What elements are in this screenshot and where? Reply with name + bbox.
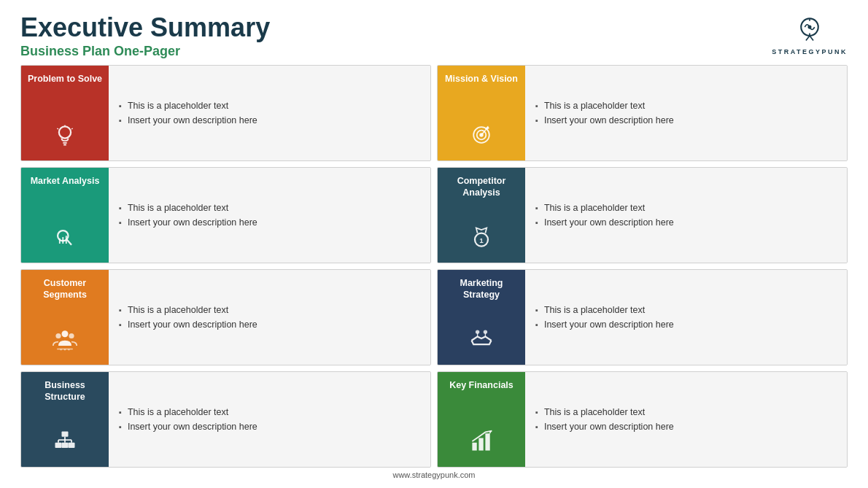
card-financials: Key Financials This is a placeholder tex… [437, 371, 848, 468]
card-label-text-marketing: Marketing Strategy [442, 277, 521, 301]
card-icon-problem [52, 122, 78, 153]
sub-title: Business Plan One-Pager [20, 44, 270, 59]
card-content-competitor: This is a placeholder text Insert your o… [525, 168, 847, 263]
card-customer: Customer Segments This is a placeholder … [20, 269, 431, 365]
card-icon-customer [52, 326, 78, 357]
card-bullet1-problem: This is a placeholder text [119, 98, 420, 113]
card-bullet2-customer: Insert your own description here [119, 317, 420, 332]
card-content-business: This is a placeholder text Insert your o… [109, 372, 430, 467]
svg-point-21 [69, 333, 74, 338]
card-marketing: Marketing Strategy This is a placeholder… [437, 269, 848, 365]
card-bullet2-financials: Insert your own description here [535, 419, 837, 434]
card-label-marketing: Marketing Strategy [438, 270, 525, 365]
card-competitor: Competitor Analysis 1 This is a placehol… [437, 167, 848, 263]
card-mission: Mission & Vision This is a placeholder t… [437, 65, 848, 161]
card-content-problem: This is a placeholder text Insert your o… [109, 66, 430, 160]
card-business: Business Structure This is a placeholder… [20, 371, 431, 468]
footer-url: www.strategypunk.com [392, 470, 475, 479]
card-icon-market [52, 224, 78, 255]
card-label-text-financials: Key Financials [449, 379, 514, 391]
svg-point-26 [476, 330, 479, 333]
svg-rect-39 [485, 433, 489, 450]
svg-point-20 [55, 333, 61, 338]
page: Executive Summary Business Plan One-Page… [0, 0, 868, 488]
card-market: Market Analysis This is a placeholder te… [20, 167, 431, 263]
card-bullet1-business: This is a placeholder text [119, 405, 420, 419]
card-label-text-customer: Customer Segments [26, 277, 104, 301]
svg-rect-38 [478, 438, 483, 451]
card-label-text-market: Market Analysis [31, 175, 100, 187]
header-left: Executive Summary Business Plan One-Page… [20, 13, 270, 59]
svg-rect-37 [472, 443, 476, 451]
card-bullet2-mission: Insert your own description here [535, 113, 837, 128]
card-label-text-competitor: Competitor Analysis [442, 175, 521, 199]
card-problem: Problem to Solve This is a placeholder t… [20, 65, 431, 161]
svg-rect-35 [62, 443, 69, 448]
card-bullet1-competitor: This is a placeholder text [535, 201, 837, 215]
card-content-market: This is a placeholder text Insert your o… [109, 168, 430, 263]
card-icon-financials [468, 428, 495, 460]
card-icon-business [52, 428, 78, 460]
card-bullet1-market: This is a placeholder text [119, 201, 420, 215]
card-content-financials: This is a placeholder text Insert your o… [525, 372, 847, 467]
card-bullet2-business: Insert your own description here [119, 419, 420, 434]
svg-rect-34 [55, 443, 62, 448]
logo-area: STRATEGYPUNK [772, 16, 848, 55]
card-label-text-problem: Problem to Solve [28, 73, 102, 85]
svg-line-6 [57, 128, 58, 129]
footer: www.strategypunk.com [20, 468, 848, 481]
card-label-text-mission: Mission & Vision [445, 73, 518, 85]
card-bullet2-competitor: Insert your own description here [535, 215, 837, 230]
card-bullet1-marketing: This is a placeholder text [535, 303, 837, 317]
card-bullet2-marketing: Insert your own description here [535, 317, 837, 332]
card-label-problem: Problem to Solve [21, 66, 109, 160]
logo-text: STRATEGYPUNK [772, 48, 848, 55]
svg-line-13 [67, 239, 71, 244]
main-title: Executive Summary [20, 13, 270, 42]
card-icon-competitor: 1 [468, 224, 495, 255]
card-label-customer: Customer Segments [21, 270, 109, 365]
card-bullet1-customer: This is a placeholder text [119, 303, 420, 317]
logo-icon [791, 16, 829, 47]
card-content-customer: This is a placeholder text Insert your o… [109, 270, 430, 365]
card-label-mission: Mission & Vision [438, 66, 525, 160]
card-icon-mission [468, 122, 495, 153]
card-label-financials: Key Financials [438, 372, 525, 467]
card-content-mission: This is a placeholder text Insert your o… [525, 66, 847, 160]
header: Executive Summary Business Plan One-Page… [20, 13, 848, 59]
svg-text:1: 1 [479, 236, 484, 244]
card-content-marketing: This is a placeholder text Insert your o… [525, 270, 847, 365]
svg-point-1 [808, 26, 812, 29]
svg-point-19 [62, 330, 69, 337]
card-bullet1-mission: This is a placeholder text [535, 98, 837, 113]
card-bullet2-market: Insert your own description here [119, 215, 420, 230]
card-label-competitor: Competitor Analysis 1 [438, 168, 525, 263]
svg-point-2 [59, 126, 71, 138]
svg-line-7 [71, 128, 73, 129]
svg-rect-36 [69, 443, 75, 448]
card-bullet2-problem: Insert your own description here [119, 113, 420, 128]
svg-point-27 [484, 330, 487, 333]
card-label-business: Business Structure [21, 372, 109, 467]
cards-grid: Problem to Solve This is a placeholder t… [20, 65, 848, 468]
card-label-market: Market Analysis [21, 168, 109, 263]
card-label-text-business: Business Structure [26, 379, 104, 403]
card-bullet1-financials: This is a placeholder text [535, 405, 837, 419]
card-icon-marketing [468, 326, 495, 357]
svg-rect-28 [62, 432, 69, 437]
